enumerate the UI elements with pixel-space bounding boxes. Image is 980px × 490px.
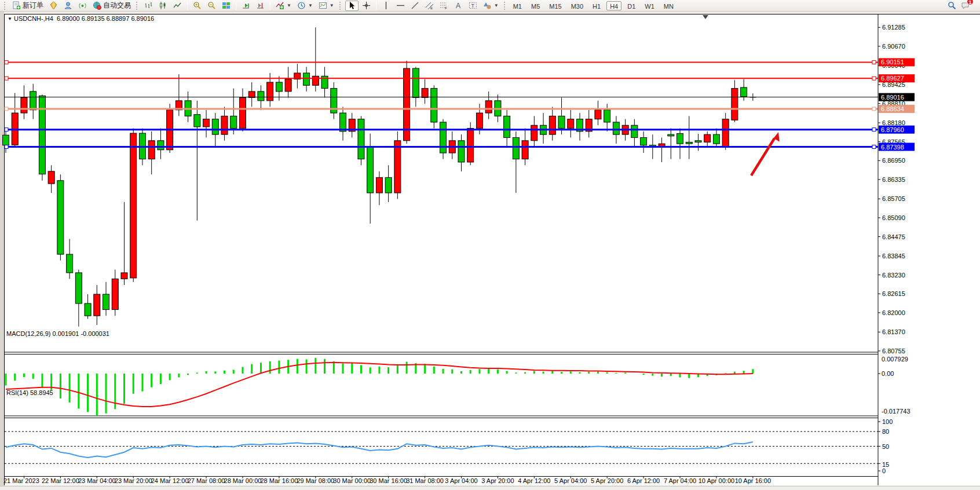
chart-shift-button[interactable] [254, 1, 267, 11]
svg-text:6.82615: 6.82615 [882, 290, 905, 297]
autotrading-label: 自动交易 [103, 1, 131, 10]
toolbar-grip[interactable] [4, 2, 7, 10]
cursor-button[interactable] [345, 1, 359, 11]
svg-text:5 Apr 04:00: 5 Apr 04:00 [554, 477, 587, 484]
toolbar-grip[interactable] [504, 2, 507, 10]
svg-text:21 Mar 2023: 21 Mar 2023 [3, 477, 39, 484]
svg-text:6.83230: 6.83230 [882, 272, 905, 279]
line-chart-button[interactable] [171, 1, 184, 11]
svg-text:6.89627: 6.89627 [881, 75, 904, 82]
crosshair-button[interactable] [360, 1, 373, 11]
timeframe-d1-button[interactable]: D1 [624, 1, 639, 10]
new-order-button[interactable]: 新订单 [10, 1, 46, 11]
time-axis[interactable]: 21 Mar 202322 Mar 12:0023 Mar 04:0023 Ma… [3, 477, 771, 484]
candlestick-chart-button[interactable] [156, 1, 170, 11]
trendline-icon [411, 1, 419, 10]
tile-windows-button[interactable] [220, 1, 233, 11]
timeframe-h4-button[interactable]: H4 [606, 1, 621, 10]
templates-button[interactable]: ▼ [316, 1, 337, 11]
vertical-line-tool-button[interactable] [379, 1, 393, 11]
text-label-tool-button[interactable]: T [466, 1, 480, 11]
indicators-button[interactable]: ▼ [273, 1, 294, 11]
svg-text:6.82000: 6.82000 [882, 309, 905, 316]
toolbar-grip[interactable] [339, 2, 342, 10]
timeframe-group: M1M5M15M30H1H4D1W1MN [510, 1, 677, 10]
svg-text:6.87960: 6.87960 [881, 126, 904, 133]
text-label-icon: T [469, 1, 477, 10]
svg-text:30 Mar 16:00: 30 Mar 16:00 [370, 477, 407, 484]
rsi-indicator-label: RSI(14) 58.8945 [6, 389, 53, 396]
svg-text:6.80755: 6.80755 [882, 348, 905, 354]
person-headset-icon [64, 1, 72, 10]
toolbar-grip[interactable] [136, 2, 139, 10]
periods-button[interactable]: ▼ [295, 1, 315, 11]
mql5-button[interactable] [47, 1, 60, 11]
svg-text:6.81370: 6.81370 [882, 328, 905, 335]
svg-text:30 Mar 00:00: 30 Mar 00:00 [333, 477, 371, 484]
new-order-label: 新订单 [23, 1, 43, 10]
svg-text:6.88634: 6.88634 [881, 105, 904, 112]
svg-text:6.89016: 6.89016 [881, 94, 904, 101]
autotrading-button[interactable]: 自动交易 [90, 1, 133, 11]
svg-text:10 Apr 00:00: 10 Apr 00:00 [699, 477, 734, 484]
svg-text:28 Mar 16:00: 28 Mar 16:00 [260, 477, 298, 484]
svg-text:6.90670: 6.90670 [882, 43, 905, 50]
gold-crystal-icon [49, 1, 58, 10]
shapes-tool-button[interactable]: ▼ [481, 1, 501, 11]
new-order-icon [12, 1, 21, 10]
line-anchor-handle [872, 60, 876, 64]
zoom-in-icon [193, 1, 202, 10]
fibonacci-tool-button[interactable]: F [437, 1, 451, 11]
dropdown-caret: ▼ [494, 3, 499, 8]
auto-scroll-button[interactable] [239, 1, 253, 11]
price-label-badge: 6.88634 [879, 105, 915, 113]
bar-chart-button[interactable] [142, 1, 155, 11]
svg-text:0.007929: 0.007929 [882, 356, 908, 363]
search-icon[interactable] [948, 1, 956, 10]
shapes-icon [483, 1, 492, 10]
zoom-in-button[interactable] [191, 1, 204, 11]
dropdown-caret: ▼ [287, 3, 291, 8]
notifications-icon[interactable]: 1 [961, 1, 970, 10]
svg-text:28 Mar 00:00: 28 Mar 00:00 [224, 477, 262, 484]
timeframe-m1-button[interactable]: M1 [510, 1, 525, 10]
svg-text:80: 80 [882, 428, 889, 435]
line-anchor-handle [872, 76, 876, 80]
svg-text:24 Mar 12:00: 24 Mar 12:00 [151, 477, 189, 484]
chart-area[interactable]: 6.912856.906706.900406.894256.888106.881… [0, 12, 980, 490]
chart-shift-icon [256, 1, 265, 10]
svg-text:100: 100 [882, 418, 893, 425]
price-label-badge: 6.89627 [879, 74, 915, 82]
svg-text:3 Apr 04:00: 3 Apr 04:00 [445, 477, 477, 484]
zoom-out-icon [207, 1, 216, 10]
svg-text:A: A [456, 2, 460, 10]
text-tool-button[interactable]: A [452, 1, 465, 11]
svg-text:29 Mar 08:00: 29 Mar 08:00 [297, 477, 334, 484]
add-indicator-icon [276, 1, 284, 10]
svg-text:6.91285: 6.91285 [882, 24, 905, 31]
mt4-window: 新订单 自动交易 [0, 0, 980, 490]
signals-button[interactable] [76, 1, 89, 11]
svg-text:6.84475: 6.84475 [882, 233, 905, 240]
svg-text:E: E [430, 6, 433, 10]
timeframe-mn-button[interactable]: MN [660, 1, 677, 10]
timeframe-m30-button[interactable]: M30 [568, 1, 587, 10]
timeframe-m15-button[interactable]: M15 [546, 1, 565, 10]
community-button[interactable] [61, 1, 75, 11]
channel-tool-button[interactable]: E [423, 1, 436, 11]
svg-text:6.87398: 6.87398 [881, 144, 904, 151]
svg-text:6.86335: 6.86335 [882, 176, 905, 183]
horizontal-line-tool-button[interactable] [394, 1, 407, 11]
svg-text:50: 50 [882, 443, 889, 450]
price-label-badge: 6.90151 [879, 58, 915, 66]
zoom-out-button[interactable] [205, 1, 218, 11]
svg-text:6.83845: 6.83845 [882, 253, 905, 259]
crosshair-icon [362, 1, 371, 10]
trendline-tool-button[interactable] [408, 1, 422, 11]
timeframe-h1-button[interactable]: H1 [589, 1, 604, 10]
timeframe-m5-button[interactable]: M5 [528, 1, 543, 10]
line-anchor-handle [872, 145, 876, 149]
line-anchor-handle [5, 107, 8, 111]
timeframe-w1-button[interactable]: W1 [641, 1, 658, 10]
chart-menu-icon[interactable]: ▼ [8, 16, 12, 21]
